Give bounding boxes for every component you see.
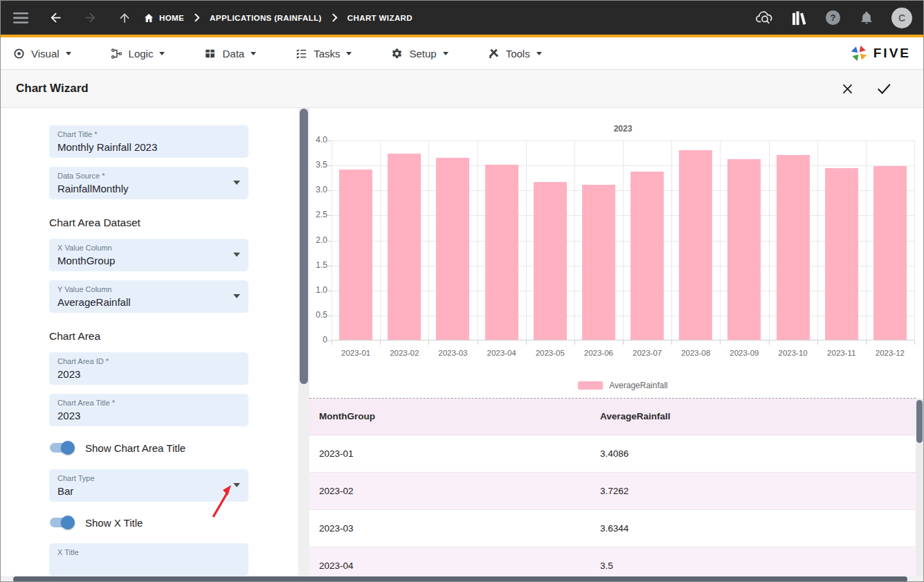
y-tick-label: 3.0 [309, 185, 327, 194]
x-tick-label: 2023-02 [380, 349, 428, 357]
chart-type-value: Bar [57, 484, 240, 498]
table-row[interactable]: 2023-043.5 [309, 547, 916, 576]
menu-visual[interactable]: Visual [13, 48, 71, 60]
form-panel-scrollbar-thumb[interactable] [300, 109, 308, 384]
breadcrumb-item-chart-wizard[interactable]: CHART WIZARD [347, 14, 413, 22]
chart-type-select[interactable]: Chart Type Bar [49, 469, 248, 502]
chevron-down-icon [346, 52, 352, 55]
y-value-column-select[interactable]: Y Value Column AverageRainfall [49, 280, 248, 313]
bar-2023-03 [436, 158, 469, 340]
chart-area-heading: 2023 [332, 124, 914, 134]
data-source-value: RainfallMonthly [57, 182, 240, 196]
menu-setup[interactable]: Setup [391, 48, 448, 60]
chart-area-title-field[interactable]: Chart Area Title * 2023 [49, 394, 248, 426]
x-value-column-value: MonthGroup [57, 254, 240, 268]
y-value-column-label: Y Value Column [57, 285, 240, 294]
x-title-field[interactable]: X Title [49, 543, 248, 576]
breadcrumb-item-applications-rainfall-[interactable]: APPLICATIONS (RAINFALL) [210, 14, 322, 22]
show-x-title-label: Show X Title [85, 517, 143, 529]
show-chart-area-title-label: Show Chart Area Title [85, 442, 185, 454]
bar-2023-12 [873, 166, 907, 340]
show-x-title-toggle[interactable] [49, 516, 75, 529]
svg-text:?: ? [830, 12, 835, 23]
logic-icon [111, 48, 123, 60]
show-x-title-toggle-row: Show X Title [49, 513, 143, 531]
five-logo: FIVE [850, 44, 911, 62]
x-title-label: X Title [57, 548, 240, 557]
library-books-icon[interactable] [790, 9, 808, 27]
help-icon[interactable]: ? [824, 9, 842, 27]
table-row[interactable]: 2023-033.6344 [309, 509, 916, 547]
bar-2023-11 [825, 168, 858, 340]
five-pinwheel-icon [850, 44, 868, 62]
y-tick-label: 2.5 [309, 210, 327, 219]
table-scrollbar-thumb[interactable] [916, 400, 923, 443]
show-chart-area-title-toggle[interactable] [49, 441, 75, 455]
table-header-row: MonthGroupAverageRainfall [309, 399, 916, 435]
menu-tasks[interactable]: Tasks [296, 48, 352, 60]
menu-tools[interactable]: Tools [488, 48, 542, 60]
show-chart-area-title-toggle-row: Show Chart Area Title [49, 439, 185, 457]
bar-2023-09 [727, 159, 761, 340]
breadcrumb: HOMEAPPLICATIONS (RAINFALL)CHART WIZARD [143, 12, 413, 24]
menu-data[interactable]: Data [204, 48, 256, 60]
chevron-down-icon [251, 52, 256, 55]
y-tick-label: 3.5 [309, 160, 327, 170]
notifications-bell-icon[interactable] [858, 9, 876, 27]
back-arrow-icon[interactable] [46, 9, 64, 27]
chevron-down-icon [443, 52, 449, 55]
breadcrumb-item-home[interactable]: HOME [143, 12, 184, 24]
user-avatar[interactable]: C [891, 8, 912, 28]
form-panel-scrollbar [298, 108, 309, 576]
chart-title-value: Monthly Rainfall 2023 [57, 140, 240, 154]
chevron-down-icon [536, 52, 542, 55]
page-header: Chart Wizard [1, 70, 923, 108]
forward-arrow-icon[interactable] [81, 9, 99, 27]
tasks-icon [296, 48, 307, 60]
section-chart-area: Chart Area [49, 330, 100, 343]
table-row[interactable]: 2023-013.4086 [309, 435, 916, 472]
setup-icon [391, 48, 403, 60]
chart-preview-panel: 2023 AverageRainfall 00.51.01.52.02.53.0… [309, 108, 916, 576]
data-icon [204, 48, 216, 60]
x-tick-label: 2023-05 [526, 349, 574, 357]
table-scrollbar [916, 399, 923, 576]
section-chart-area-dataset: Chart Area Dataset [49, 217, 141, 229]
y-value-column-value: AverageRainfall [57, 295, 240, 309]
bar-chart: 2023 AverageRainfall 00.51.01.52.02.53.0… [309, 108, 916, 399]
up-arrow-icon[interactable] [116, 9, 134, 27]
y-tick-label: 1.5 [309, 260, 327, 270]
chart-area-id-label: Chart Area ID * [57, 357, 240, 366]
save-check-icon[interactable] [876, 82, 891, 96]
x-tick-label: 2023-10 [769, 349, 817, 357]
chevron-down-icon [233, 294, 240, 298]
home-icon [143, 12, 154, 24]
chevron-down-icon [233, 181, 240, 185]
five-wordmark: FIVE [873, 46, 911, 61]
x-value-column-select[interactable]: X Value Column MonthGroup [49, 239, 248, 271]
menu-logic[interactable]: Logic [111, 48, 165, 60]
bar-2023-06 [582, 185, 615, 340]
chevron-down-icon [159, 52, 165, 55]
close-icon[interactable] [841, 82, 854, 96]
data-source-select[interactable]: Data Source * RainfallMonthly [49, 167, 248, 199]
legend-swatch [578, 381, 603, 390]
x-tick-label: 2023-04 [478, 349, 526, 357]
page-title: Chart Wizard [16, 82, 89, 96]
horizontal-scrollbar-thumb[interactable] [13, 576, 907, 582]
cloud-inspect-icon[interactable] [756, 9, 774, 27]
chart-title-field[interactable]: Chart Title * Monthly Rainfall 2023 [49, 125, 248, 158]
bar-2023-04 [485, 165, 518, 340]
chevron-down-icon [66, 52, 71, 55]
chevron-down-icon [233, 483, 240, 487]
x-tick-label: 2023-07 [623, 349, 671, 357]
legend-label: AverageRainfall [609, 381, 668, 390]
top-navbar: HOMEAPPLICATIONS (RAINFALL)CHART WIZARD … [1, 1, 923, 35]
table-row[interactable]: 2023-023.7262 [309, 472, 916, 509]
x-value-column-label: X Value Column [57, 244, 240, 253]
chart-area-id-field[interactable]: Chart Area ID * 2023 [49, 352, 248, 385]
hamburger-menu-icon[interactable] [12, 9, 30, 27]
legend-item[interactable]: AverageRainfall [332, 381, 914, 390]
x-tick-label: 2023-03 [428, 349, 477, 357]
plot-area [332, 140, 914, 340]
